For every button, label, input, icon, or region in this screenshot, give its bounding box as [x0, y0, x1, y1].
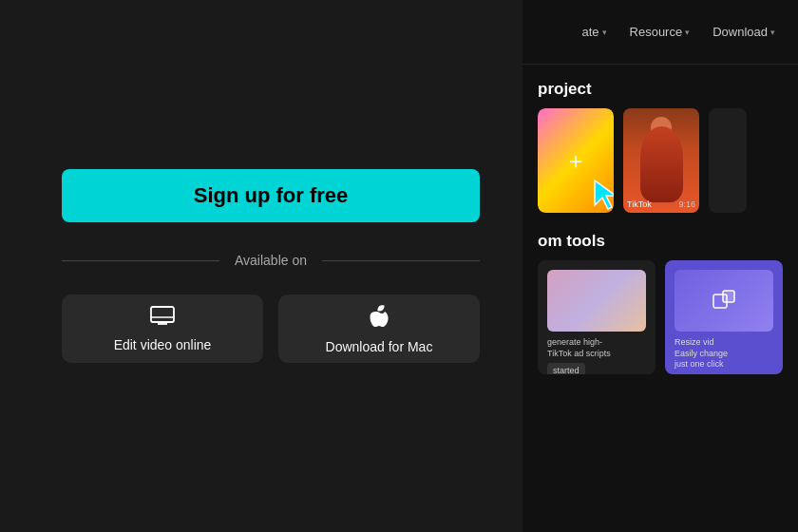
right-panel: ate ▾ Resource ▾ Download ▾ project ＋ — [522, 0, 798, 532]
tool-card-script-text: generate high-TikTok ad scripts — [547, 337, 646, 359]
project-section-title: project — [522, 65, 798, 108]
nav-bar: ate ▾ Resource ▾ Download ▾ — [522, 0, 798, 65]
signup-button[interactable]: Sign up for free — [62, 169, 480, 222]
available-on-text: Available on — [235, 253, 307, 268]
cursor-arrow-icon — [587, 177, 614, 213]
tool-card-resize-text: Resize vidEasily changejust one click — [674, 337, 773, 370]
nav-create-label: ate — [581, 25, 598, 39]
tool-card-script-img — [547, 270, 646, 332]
edit-online-button[interactable]: Edit video online — [62, 294, 263, 363]
tiktok-thumb-image — [623, 108, 699, 213]
download-mac-button[interactable]: Download for Mac — [278, 294, 480, 363]
svg-rect-6 — [723, 291, 734, 302]
nav-item-resource[interactable]: Resource ▾ — [622, 21, 698, 43]
person-body — [640, 126, 683, 202]
tools-section-title: om tools — [538, 232, 783, 251]
apple-icon — [368, 303, 390, 333]
nav-download-label: Download — [712, 25, 768, 39]
svg-marker-4 — [595, 180, 614, 209]
monitor-icon — [149, 305, 176, 332]
svg-rect-0 — [151, 307, 174, 322]
download-mac-label: Download for Mac — [326, 339, 433, 354]
nav-item-download[interactable]: Download ▾ — [705, 21, 783, 43]
plus-icon: ＋ — [564, 145, 587, 176]
divider-row: Available on — [62, 253, 480, 268]
tool-card-resize-img — [674, 270, 773, 332]
partial-thumb — [709, 108, 747, 213]
tools-section: om tools generate high-TikTok ad scripts… — [522, 232, 798, 374]
chevron-down-icon: ▾ — [770, 28, 775, 37]
edit-online-label: Edit video online — [114, 337, 212, 352]
tool-started-dark-label: started — [553, 366, 580, 374]
platform-buttons: Edit video online Download for Mac — [62, 294, 480, 363]
tool-card-script[interactable]: generate high-TikTok ad scripts started — [538, 260, 656, 374]
divider-left — [62, 260, 219, 261]
tiktok-ratio-label: 9:16 — [678, 200, 695, 209]
chevron-down-icon: ▾ — [685, 28, 690, 37]
chevron-down-icon: ▾ — [602, 28, 607, 37]
thumbnails-row: ＋ TikTok 9:16 — [522, 108, 798, 213]
tools-row: generate high-TikTok ad scripts started … — [538, 260, 783, 374]
tool-card-resize[interactable]: Resize vidEasily changejust one click ⊞ … — [665, 260, 783, 374]
tiktok-thumb[interactable]: TikTok 9:16 — [623, 108, 699, 213]
nav-resource-label: Resource — [630, 25, 683, 39]
tool-started-dark-button[interactable]: started — [547, 363, 585, 374]
nav-item-create[interactable]: ate ▾ — [574, 21, 614, 43]
tiktok-card-label: TikTok — [627, 200, 652, 209]
divider-right — [322, 260, 480, 261]
project-section: project ＋ — [522, 65, 798, 213]
new-project-thumb[interactable]: ＋ — [538, 108, 614, 213]
left-panel: Sign up for free Available on Edit video… — [0, 0, 542, 532]
